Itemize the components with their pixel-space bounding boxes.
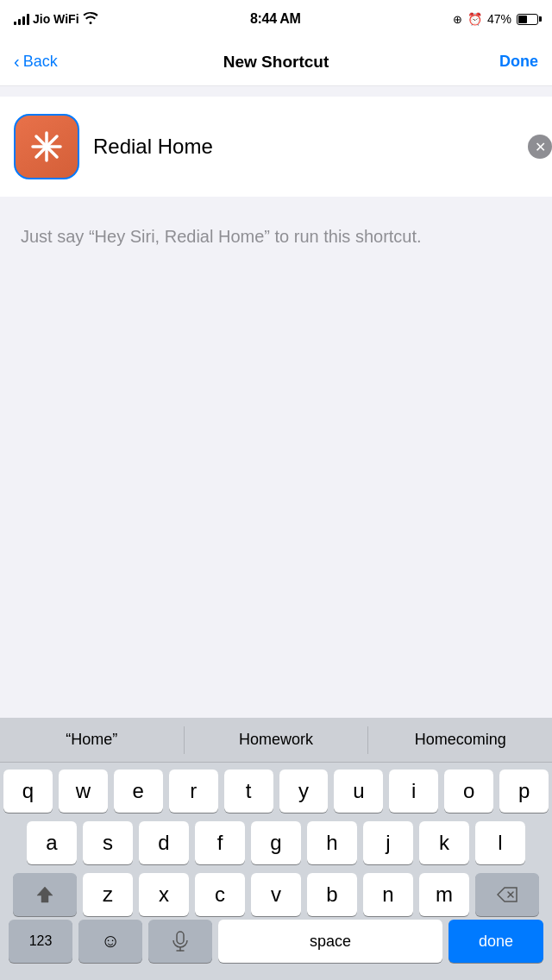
- chevron-left-icon: ‹: [14, 52, 20, 72]
- key-f[interactable]: f: [195, 821, 245, 864]
- back-label: Back: [23, 53, 58, 71]
- keyboard-done-key[interactable]: done: [448, 920, 543, 963]
- num-key[interactable]: 123: [9, 920, 72, 963]
- key-o[interactable]: o: [444, 770, 493, 813]
- key-b[interactable]: b: [307, 873, 357, 916]
- mic-key[interactable]: [148, 920, 212, 963]
- key-s[interactable]: s: [83, 821, 133, 864]
- status-bar: Jio WiFi 8:44 AM ⊕ ⏰ 47%: [0, 0, 552, 38]
- status-right: ⊕ ⏰ 47%: [453, 12, 538, 26]
- key-a[interactable]: a: [27, 821, 77, 864]
- separator: [0, 86, 552, 97]
- key-e[interactable]: e: [114, 770, 163, 813]
- status-left: Jio WiFi: [14, 12, 98, 27]
- key-q[interactable]: q: [3, 770, 53, 813]
- bottom-row: 123 ☺ space done: [0, 920, 552, 980]
- key-row-3: z x c v b n m: [3, 873, 549, 916]
- key-d[interactable]: d: [139, 821, 189, 864]
- description-area: Just say “Hey Siri, Redial Home” to run …: [0, 197, 552, 386]
- key-k[interactable]: k: [419, 821, 469, 864]
- carrier-label: Jio WiFi: [33, 12, 79, 26]
- key-l[interactable]: l: [475, 821, 525, 864]
- key-c[interactable]: c: [195, 873, 245, 916]
- shortcut-input-wrap: [93, 135, 538, 159]
- predictive-bar: “Home” Homework Homecoming: [0, 718, 552, 763]
- nav-bar: ‹ Back New Shortcut Done: [0, 38, 552, 86]
- shortcut-name-area: ✕: [0, 97, 552, 197]
- shortcut-name-input[interactable]: [93, 135, 538, 159]
- predictive-item-2[interactable]: Homecoming: [368, 722, 552, 757]
- wifi-icon: [83, 12, 98, 27]
- key-row-2: a s d f g h j k l: [3, 821, 549, 864]
- status-time: 8:44 AM: [250, 11, 301, 27]
- key-rows: q w e r t y u i o p a s d f g h j k l: [0, 763, 552, 920]
- alarm-icon: ⏰: [467, 12, 482, 26]
- battery-pct-label: 47%: [487, 12, 511, 26]
- key-t[interactable]: t: [224, 770, 273, 813]
- signal-icon: [14, 13, 29, 25]
- predictive-item-0[interactable]: “Home”: [0, 722, 184, 757]
- key-i[interactable]: i: [389, 770, 438, 813]
- key-h[interactable]: h: [307, 821, 357, 864]
- key-y[interactable]: y: [279, 770, 329, 813]
- page-title: New Shortcut: [83, 53, 469, 72]
- key-z[interactable]: z: [83, 873, 133, 916]
- location-icon: ⊕: [453, 13, 462, 26]
- key-r[interactable]: r: [169, 770, 218, 813]
- emoji-key[interactable]: ☺: [78, 920, 142, 963]
- key-row-1: q w e r t y u i o p: [3, 770, 549, 813]
- key-p[interactable]: p: [499, 770, 549, 813]
- back-button[interactable]: ‹ Back: [14, 52, 83, 72]
- svg-rect-6: [177, 932, 184, 944]
- backspace-key[interactable]: [475, 873, 539, 916]
- key-m[interactable]: m: [419, 873, 469, 916]
- key-g[interactable]: g: [251, 821, 301, 864]
- description-text: Just say “Hey Siri, Redial Home” to run …: [21, 224, 531, 249]
- keyboard: “Home” Homework Homecoming q w e r t y u…: [0, 718, 552, 980]
- done-button[interactable]: Done: [469, 53, 538, 71]
- battery-icon: [517, 14, 538, 25]
- shift-key[interactable]: [13, 873, 77, 916]
- key-j[interactable]: j: [363, 821, 413, 864]
- predictive-item-1[interactable]: Homework: [185, 722, 368, 757]
- key-x[interactable]: x: [139, 873, 189, 916]
- key-n[interactable]: n: [363, 873, 413, 916]
- clear-button[interactable]: ✕: [528, 135, 552, 159]
- key-u[interactable]: u: [334, 770, 383, 813]
- space-key[interactable]: space: [218, 920, 442, 963]
- key-v[interactable]: v: [251, 873, 301, 916]
- key-w[interactable]: w: [59, 770, 108, 813]
- shortcut-icon[interactable]: [14, 114, 79, 179]
